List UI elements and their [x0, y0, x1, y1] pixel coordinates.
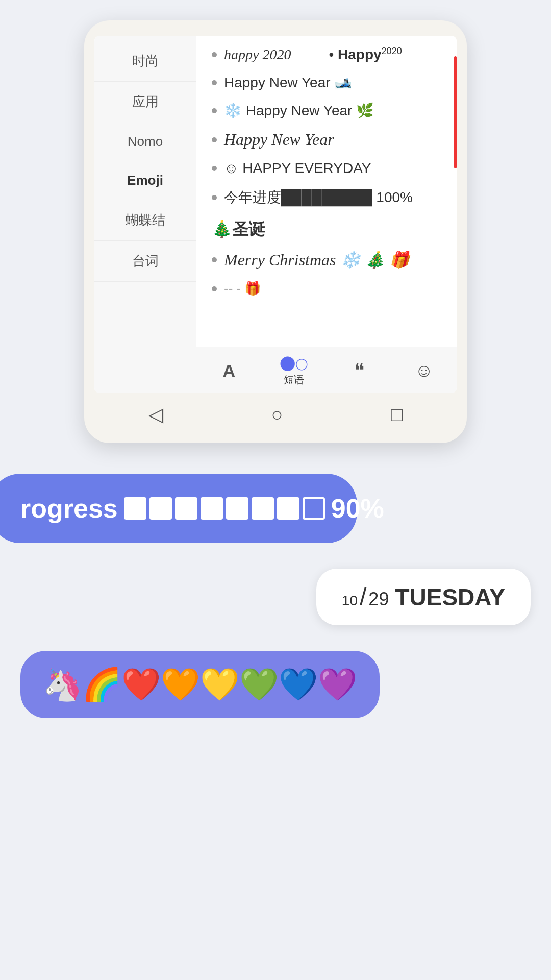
phrase-label: 短语 [284, 373, 304, 387]
sidebar-item-emoji[interactable]: Emoji [94, 161, 196, 200]
date-slash: / [360, 583, 366, 611]
emoji-bubble-wrap: 🦄🌈❤️🧡💛💚💙💜 [0, 651, 551, 718]
nav-back-button[interactable]: ◁ [148, 403, 163, 426]
progress-block-7 [277, 497, 299, 520]
christmas-list: Merry Christmas ❄️ 🎄 🎁 -- - 🎁 [212, 250, 441, 297]
bullet-icon [212, 166, 217, 171]
phone-mockup: 时尚 应用 Nomo Emoji 蝴蝶结 台词 [84, 20, 467, 443]
bullet-icon [212, 137, 217, 142]
sidebar-item-apps[interactable]: 应用 [94, 82, 196, 122]
list-item[interactable]: -- - 🎁 [212, 281, 441, 297]
list-item[interactable]: ☺ HAPPY EVERYDAY [212, 160, 441, 177]
bullet-icon [212, 286, 217, 291]
progress-block-3 [175, 497, 197, 520]
progress-block-8 [303, 497, 325, 520]
bullet-icon [212, 108, 217, 113]
progress-block-1 [124, 497, 146, 520]
date-weekday: TUESDAY [395, 583, 505, 611]
bullet-icon [212, 257, 217, 262]
font-icon: A [222, 361, 235, 381]
nav-recents-button[interactable]: □ [391, 404, 403, 426]
toolbar: A ⬤◯ 短语 ❝ ☺ [196, 347, 457, 393]
toolbar-phrase[interactable]: ⬤◯ 短语 [262, 352, 327, 389]
sidebar-item-bow[interactable]: 蝴蝶结 [94, 200, 196, 241]
sidebar: 时尚 应用 Nomo Emoji 蝴蝶结 台词 [94, 36, 196, 393]
list-item[interactable]: 今年进度█████████ 100% [212, 188, 441, 207]
sidebar-item-fashion[interactable]: 时尚 [94, 41, 196, 82]
bullet-icon [212, 195, 217, 200]
emoji-bubble[interactable]: 🦄🌈❤️🧡💛💚💙💜 [20, 651, 380, 718]
date-bubble[interactable]: 10 / 29 TUESDAY [316, 569, 531, 625]
progress-label: rogress [20, 493, 118, 524]
list-item[interactable]: Happy New Year [212, 130, 441, 149]
bullet-icon [212, 80, 217, 85]
toolbar-quote[interactable]: ❝ [327, 352, 392, 389]
toolbar-emoji[interactable]: ☺ [392, 352, 457, 389]
list-item[interactable]: Happy New Year 🎿 [212, 74, 441, 91]
list-item[interactable]: happy 2020 • Happy2020 [212, 46, 441, 63]
progress-bubble[interactable]: rogress 90% [0, 474, 357, 543]
red-hint-bar [454, 56, 457, 168]
phone-screen: 时尚 应用 Nomo Emoji 蝴蝶结 台词 [94, 36, 457, 393]
sidebar-item-lines[interactable]: 台词 [94, 241, 196, 282]
content-area: happy 2020 • Happy2020 Happy New Year 🎿 … [196, 36, 457, 347]
date-month: 10 [342, 593, 358, 609]
progress-block-5 [226, 497, 248, 520]
progress-block-4 [201, 497, 223, 520]
bottom-section: rogress 90% 10 / 29 TUESDAY 🦄🌈❤️🧡💛 [0, 443, 551, 739]
bullet-icon [212, 52, 217, 57]
list-item[interactable]: ❄️ Happy New Year 🌿 [212, 102, 441, 119]
progress-block-6 [252, 497, 274, 520]
smiley-icon: ☺ [415, 360, 434, 381]
nav-home-button[interactable]: ○ [271, 404, 283, 426]
phrase-list: happy 2020 • Happy2020 Happy New Year 🎿 … [212, 46, 441, 207]
section-header-christmas: 🎄圣诞 [212, 218, 441, 241]
emoji-content: 🦄🌈❤️🧡💛💚💙💜 [43, 666, 357, 703]
list-item[interactable]: Merry Christmas ❄️ 🎄 🎁 [212, 250, 441, 270]
progress-block-2 [149, 497, 172, 520]
phrase-icon: ⬤◯ [280, 354, 308, 371]
phone-nav: ◁ ○ □ [94, 393, 457, 433]
toolbar-font[interactable]: A [196, 352, 262, 389]
progress-percent: 90% [331, 493, 384, 524]
date-day-num: 29 [368, 589, 389, 610]
date-bubble-wrap: 10 / 29 TUESDAY [0, 569, 551, 625]
sidebar-item-nomo[interactable]: Nomo [94, 122, 196, 161]
progress-blocks [124, 497, 325, 520]
quote-icon: ❝ [354, 359, 364, 382]
